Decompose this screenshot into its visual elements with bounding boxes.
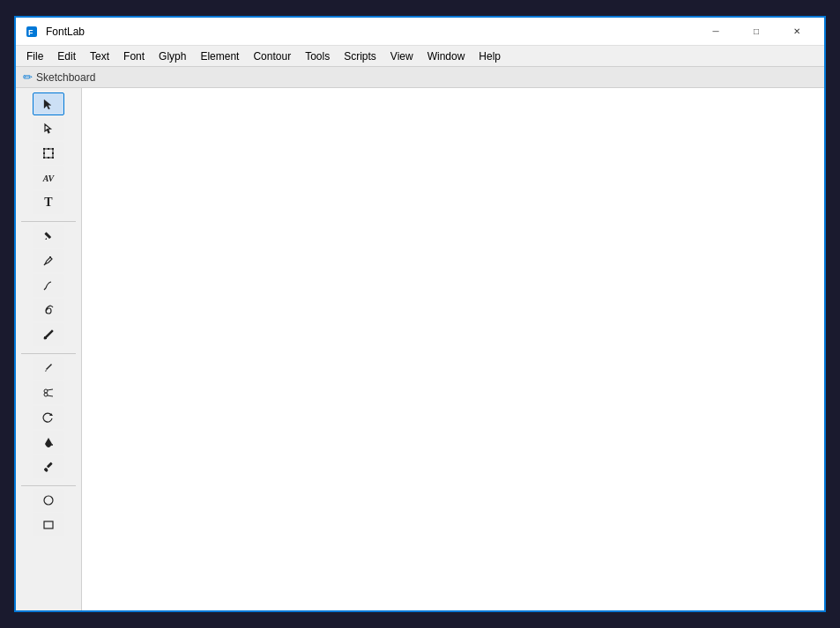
svg-rect-19 [47,462,53,468]
svg-point-22 [44,496,53,505]
svg-rect-23 [44,521,53,528]
toolbar: AV T [16,88,82,610]
menu-item-scripts[interactable]: Scripts [337,46,383,66]
menu-item-file[interactable]: File [19,46,50,66]
main-window: F FontLab ─ □ ✕ FileEditTextFontGlyphEle… [14,16,826,612]
svg-rect-11 [44,232,51,239]
divider-3 [21,481,76,486]
svg-rect-2 [44,149,53,158]
svg-point-14 [44,389,48,393]
maximize-button[interactable]: □ [736,18,777,46]
window-title: FontLab [46,26,695,38]
rapid-tool[interactable] [33,274,64,297]
window-controls: ─ □ ✕ [695,18,817,46]
select-arrow-tool[interactable] [33,92,64,115]
pen-tool[interactable] [33,249,64,272]
pointer-tool[interactable] [33,117,64,140]
pencil-tool[interactable] [33,225,64,248]
kerning-tool[interactable]: AV [33,166,64,189]
rectangle-tool[interactable] [33,513,64,536]
spiro-tool[interactable] [33,299,64,321]
svg-point-15 [44,393,48,396]
rotate-tool[interactable] [33,406,64,429]
svg-text:F: F [28,28,33,37]
svg-rect-8 [48,157,49,159]
svg-rect-9 [43,152,45,154]
svg-rect-10 [52,152,54,154]
transform-tool[interactable] [33,142,64,165]
svg-rect-3 [43,148,45,150]
fill-tool[interactable] [33,431,64,454]
menu-item-glyph[interactable]: Glyph [152,46,193,66]
app-icon: F [23,23,41,41]
menu-item-font[interactable]: Font [116,46,152,66]
tab-icon: ✏ [23,70,33,84]
eyedropper-tool[interactable] [33,455,64,478]
svg-line-16 [48,389,54,390]
canvas-content [82,88,824,610]
divider-2 [21,349,76,354]
menu-item-help[interactable]: Help [472,46,508,66]
main-area: AV T [16,88,824,610]
svg-point-13 [49,256,51,258]
menu-item-view[interactable]: View [383,46,420,66]
knife-tool[interactable] [33,357,64,380]
menu-item-window[interactable]: Window [420,46,472,66]
close-button[interactable]: ✕ [777,18,817,46]
calligraphic-tool[interactable] [33,323,64,346]
scissors-tool[interactable] [33,381,64,404]
text-tool[interactable]: T [33,191,64,214]
minimize-button[interactable]: ─ [695,18,736,46]
tab-bar: ✏ Sketchboard [16,67,824,88]
menu-bar: FileEditTextFontGlyphElementContourTools… [16,46,824,67]
ellipse-tool[interactable] [33,489,64,512]
sketchboard-tab[interactable]: ✏ Sketchboard [23,70,95,84]
menu-item-edit[interactable]: Edit [50,46,83,66]
menu-item-contour[interactable]: Contour [246,46,298,66]
svg-marker-12 [45,238,47,240]
tab-label: Sketchboard [36,71,95,84]
svg-rect-7 [48,148,49,150]
divider-1 [21,217,76,222]
svg-rect-4 [52,148,54,150]
title-bar: F FontLab ─ □ ✕ [16,18,824,46]
svg-rect-6 [52,157,54,159]
menu-item-text[interactable]: Text [83,46,116,66]
svg-line-17 [48,395,54,396]
svg-rect-5 [43,157,45,159]
canvas-area[interactable] [82,88,824,610]
menu-item-tools[interactable]: Tools [298,46,337,66]
menu-item-element[interactable]: Element [193,46,246,66]
